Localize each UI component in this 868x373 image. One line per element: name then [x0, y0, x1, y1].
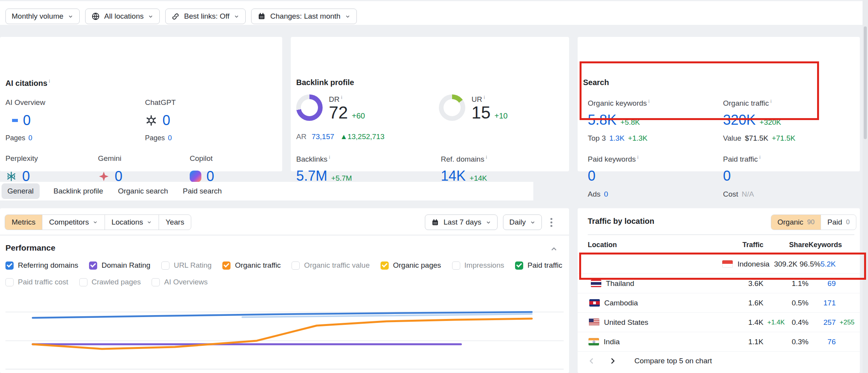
- organic-traffic-label: Organic traffici: [723, 98, 840, 108]
- traffic-value: 1.1K: [748, 338, 763, 346]
- info-icon[interactable]: i: [759, 154, 760, 160]
- paid-keywords-value[interactable]: 0: [588, 168, 704, 184]
- keywords-link[interactable]: 5.2K: [821, 260, 836, 268]
- toggle-paid[interactable]: Paid0: [821, 215, 856, 230]
- chevron-down-icon: [148, 14, 154, 19]
- tab-backlink-profile[interactable]: Backlink profile: [53, 183, 104, 199]
- checkbox-unchecked-icon: [152, 278, 160, 286]
- info-icon[interactable]: i: [486, 154, 487, 160]
- segment-years[interactable]: Years: [159, 215, 191, 230]
- ar-value-link[interactable]: 73,157: [312, 132, 334, 141]
- info-icon[interactable]: i: [648, 98, 650, 104]
- tab-paid-search[interactable]: Paid search: [182, 183, 222, 199]
- metric-domain-rating[interactable]: Domain Rating: [89, 261, 150, 270]
- organic-keywords-label: Organic keywordsi: [588, 98, 704, 108]
- checkbox-unchecked-icon: [79, 278, 87, 286]
- metric-referring-domains[interactable]: Referring domains: [5, 261, 78, 270]
- dr-delta: +60: [352, 112, 365, 120]
- metric-organic-traffic-value[interactable]: Organic traffic value: [292, 261, 370, 270]
- search-card: Search Organic keywordsi 5.8K+5.8K Top 3…: [578, 37, 860, 171]
- domain-overview-dashboard: Monthly volume All locations Best links:…: [0, 0, 868, 373]
- info-icon[interactable]: i: [49, 78, 50, 84]
- ai-citations-title: AI citationsi: [5, 78, 50, 88]
- tab-general[interactable]: General: [2, 183, 40, 199]
- info-icon[interactable]: i: [329, 154, 330, 160]
- calendar-icon: [431, 218, 439, 227]
- pages-count-link[interactable]: 0: [168, 134, 172, 142]
- metric-organic-traffic[interactable]: Organic traffic: [222, 261, 281, 270]
- keywords-delta: +255: [840, 319, 854, 326]
- checkbox-unchecked-icon: [5, 278, 14, 286]
- monthly-volume-dropdown[interactable]: Monthly volume: [5, 9, 80, 24]
- info-icon[interactable]: i: [484, 94, 485, 100]
- location-name: Thailand: [606, 279, 634, 288]
- location-table-footer: Compare top 5 on chart: [588, 357, 712, 365]
- metric-organic-pages[interactable]: Organic pages: [381, 261, 441, 270]
- collapse-section-icon[interactable]: [550, 245, 558, 255]
- more-options-kebab-icon[interactable]: [547, 216, 555, 229]
- table-row-india[interactable]: India 1.1K 0.3% 76: [578, 332, 860, 352]
- changes-dropdown[interactable]: Changes: Last month: [251, 9, 357, 24]
- flag-thailand-icon: [591, 280, 601, 287]
- segment-metrics[interactable]: Metrics: [5, 215, 42, 230]
- chevron-down-icon: [345, 14, 351, 19]
- metric-url-rating[interactable]: URL Rating: [161, 261, 212, 270]
- table-row-thailand[interactable]: Thailand 3.6K 1.1% 69: [578, 274, 860, 293]
- panel-divider: [588, 234, 854, 235]
- keywords-link[interactable]: 76: [828, 338, 836, 346]
- traffic-value: 3.6K: [748, 279, 763, 288]
- locations-dropdown[interactable]: All locations: [85, 9, 160, 24]
- location-name: India: [604, 338, 620, 346]
- metric-crawled-pages[interactable]: Crawled pages: [79, 278, 141, 286]
- search-title: Search: [583, 78, 609, 87]
- col-share: Share: [763, 241, 809, 249]
- traffic-value: 309.2K: [774, 260, 797, 268]
- best-links-dropdown[interactable]: Best links: Off: [165, 9, 246, 24]
- prev-page-icon[interactable]: [588, 357, 596, 365]
- toggle-organic[interactable]: Organic90: [771, 215, 821, 230]
- metric-paid-traffic-cost[interactable]: Paid traffic cost: [5, 278, 68, 286]
- traffic-value-row: Value$71.5K+71.5K: [723, 134, 840, 143]
- ur-value: 15+10: [472, 104, 508, 122]
- copilot-icon: [190, 171, 201, 182]
- organic-keywords-value[interactable]: 5.8K+5.8K: [588, 112, 704, 128]
- checkbox-unchecked-icon: [161, 261, 169, 270]
- metric-impressions[interactable]: Impressions: [452, 261, 504, 270]
- ref-domains-delta: +14K: [470, 174, 487, 182]
- report-tabs: General Backlink profile Organic search …: [0, 182, 533, 200]
- pages-count-link[interactable]: 0: [28, 134, 32, 142]
- performance-line-chart[interactable]: [0, 295, 569, 373]
- chart-filter-segments: Metrics Competitors Locations Years: [5, 214, 191, 230]
- table-row-indonesia[interactable]: Indonesia 309.2K 96.5% 5.2K: [578, 254, 860, 274]
- info-icon[interactable]: i: [770, 98, 772, 104]
- info-icon[interactable]: i: [341, 94, 342, 100]
- info-icon[interactable]: i: [637, 154, 639, 160]
- scrollbar-thumb[interactable]: [864, 26, 867, 139]
- top3-value-link[interactable]: 1.3K: [609, 134, 624, 142]
- keywords-link[interactable]: 257: [823, 318, 836, 326]
- metric-ai-overviews[interactable]: AI Overviews: [152, 278, 208, 286]
- location-table-header: Location Traffic Share Keywords: [578, 241, 860, 249]
- metric-paid-traffic[interactable]: Paid traffic: [515, 261, 562, 270]
- table-row-cambodia[interactable]: Cambodia 1.6K 0.5% 171: [578, 293, 860, 313]
- ads-count-link[interactable]: 0: [604, 190, 608, 198]
- segment-locations[interactable]: Locations: [105, 215, 159, 230]
- filter-toolbar: Monthly volume All locations Best links:…: [0, 0, 863, 25]
- chatgpt-value: 0: [162, 112, 170, 129]
- table-row-united-states[interactable]: United States 1.4K+1.4K 0.4% 257+255: [578, 313, 860, 332]
- paid-traffic-block: Paid traffici 0 CostN/A: [723, 154, 840, 199]
- ai-citations-card: AI citationsi AI Overview 0 Pages0 ChatG…: [0, 37, 282, 171]
- date-range-dropdown[interactable]: Last 7 days: [425, 214, 498, 230]
- segment-competitors[interactable]: Competitors: [42, 215, 104, 230]
- granularity-dropdown[interactable]: Daily: [503, 214, 542, 230]
- next-page-icon[interactable]: [608, 357, 617, 365]
- monthly-volume-label: Monthly volume: [12, 12, 63, 21]
- keywords-link[interactable]: 171: [823, 299, 836, 307]
- calendar-icon: [257, 12, 266, 21]
- tab-organic-search[interactable]: Organic search: [117, 183, 169, 199]
- paid-traffic-value[interactable]: 0: [723, 168, 840, 184]
- keywords-link[interactable]: 69: [828, 279, 836, 288]
- share-value: 0.3%: [763, 338, 809, 346]
- organic-traffic-value[interactable]: 320K+320K: [723, 112, 840, 128]
- ref-domains-label: Ref. domainsi: [441, 154, 487, 164]
